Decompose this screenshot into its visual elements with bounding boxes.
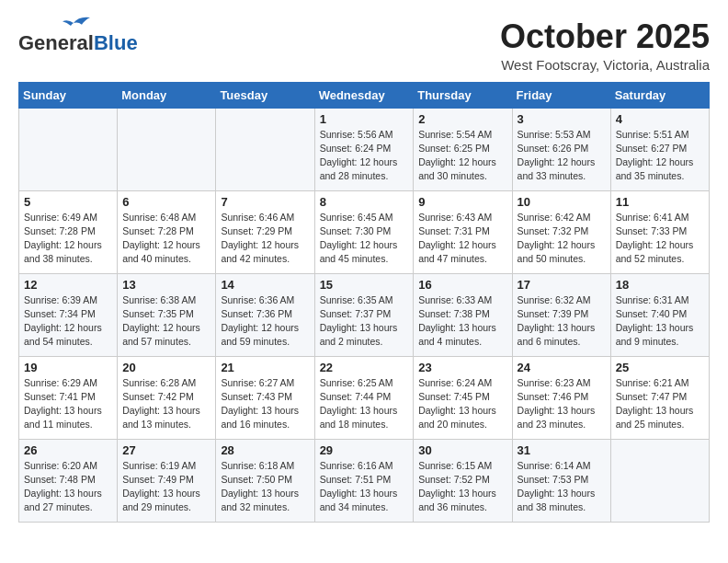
weekday-header-sunday: Sunday	[19, 82, 118, 108]
calendar-cell: 22Sunrise: 6:25 AM Sunset: 7:44 PM Dayli…	[314, 356, 414, 439]
calendar-cell: 27Sunrise: 6:19 AM Sunset: 7:49 PM Dayli…	[118, 439, 216, 522]
calendar-cell: 11Sunrise: 6:41 AM Sunset: 7:33 PM Dayli…	[610, 190, 709, 273]
calendar-cell: 21Sunrise: 6:27 AM Sunset: 7:43 PM Dayli…	[216, 356, 314, 439]
calendar-cell: 31Sunrise: 6:14 AM Sunset: 7:53 PM Dayli…	[512, 439, 610, 522]
day-number: 24	[518, 361, 606, 374]
calendar-cell: 6Sunrise: 6:48 AM Sunset: 7:28 PM Daylig…	[118, 190, 216, 273]
day-info: Sunrise: 6:23 AM Sunset: 7:46 PM Dayligh…	[518, 376, 606, 432]
day-number: 28	[221, 443, 309, 457]
calendar-cell: 16Sunrise: 6:33 AM Sunset: 7:38 PM Dayli…	[414, 273, 512, 356]
weekday-header-wednesday: Wednesday	[314, 82, 414, 108]
day-info: Sunrise: 6:20 AM Sunset: 7:48 PM Dayligh…	[24, 459, 112, 515]
day-info: Sunrise: 5:51 AM Sunset: 6:27 PM Dayligh…	[616, 128, 704, 184]
day-info: Sunrise: 6:31 AM Sunset: 7:40 PM Dayligh…	[616, 293, 704, 350]
week-row-1: 1Sunrise: 5:56 AM Sunset: 6:24 PM Daylig…	[19, 108, 710, 190]
calendar-cell: 7Sunrise: 6:46 AM Sunset: 7:29 PM Daylig…	[216, 190, 314, 273]
calendar-cell: 4Sunrise: 5:51 AM Sunset: 6:27 PM Daylig…	[610, 108, 709, 190]
calendar-cell	[216, 108, 314, 190]
calendar-cell	[610, 439, 709, 522]
week-row-3: 12Sunrise: 6:39 AM Sunset: 7:34 PM Dayli…	[19, 273, 710, 356]
day-number: 20	[122, 361, 210, 374]
day-number: 1	[320, 112, 409, 126]
day-info: Sunrise: 6:35 AM Sunset: 7:37 PM Dayligh…	[320, 293, 409, 350]
day-number: 15	[320, 278, 409, 292]
day-info: Sunrise: 6:45 AM Sunset: 7:30 PM Dayligh…	[320, 211, 409, 267]
day-number: 30	[418, 443, 506, 457]
day-number: 26	[24, 443, 112, 457]
day-number: 18	[616, 278, 704, 292]
calendar-cell: 20Sunrise: 6:28 AM Sunset: 7:42 PM Dayli…	[118, 356, 216, 439]
day-number: 21	[221, 361, 309, 374]
day-number: 7	[221, 195, 309, 209]
day-info: Sunrise: 6:25 AM Sunset: 7:44 PM Dayligh…	[320, 376, 409, 432]
day-info: Sunrise: 6:32 AM Sunset: 7:39 PM Dayligh…	[518, 293, 606, 350]
calendar-cell: 9Sunrise: 6:43 AM Sunset: 7:31 PM Daylig…	[414, 190, 512, 273]
day-number: 27	[122, 443, 210, 457]
day-number: 31	[518, 443, 606, 457]
day-number: 4	[616, 112, 704, 126]
calendar-cell: 3Sunrise: 5:53 AM Sunset: 6:26 PM Daylig…	[512, 108, 610, 190]
day-info: Sunrise: 6:39 AM Sunset: 7:34 PM Dayligh…	[24, 293, 112, 350]
page-header: GeneralBlue October 2025 West Footscray,…	[18, 18, 710, 73]
location-subtitle: West Footscray, Victoria, Australia	[500, 57, 710, 73]
calendar-cell: 19Sunrise: 6:29 AM Sunset: 7:41 PM Dayli…	[19, 356, 118, 439]
day-number: 9	[418, 195, 506, 209]
logo-bird-icon	[63, 15, 90, 31]
week-row-4: 19Sunrise: 6:29 AM Sunset: 7:41 PM Dayli…	[19, 356, 710, 439]
calendar-cell: 23Sunrise: 6:24 AM Sunset: 7:45 PM Dayli…	[414, 356, 512, 439]
weekday-header-friday: Friday	[512, 82, 610, 108]
logo-text: GeneralBlue	[18, 31, 138, 55]
calendar-cell	[118, 108, 216, 190]
day-number: 6	[122, 195, 210, 209]
weekday-header-monday: Monday	[118, 82, 216, 108]
calendar-table: SundayMondayTuesdayWednesdayThursdayFrid…	[18, 82, 710, 523]
calendar-cell: 18Sunrise: 6:31 AM Sunset: 7:40 PM Dayli…	[610, 273, 709, 356]
calendar-cell: 8Sunrise: 6:45 AM Sunset: 7:30 PM Daylig…	[314, 190, 414, 273]
day-info: Sunrise: 6:36 AM Sunset: 7:36 PM Dayligh…	[221, 293, 309, 350]
day-info: Sunrise: 6:15 AM Sunset: 7:52 PM Dayligh…	[418, 459, 506, 515]
weekday-header-saturday: Saturday	[610, 82, 709, 108]
day-info: Sunrise: 6:33 AM Sunset: 7:38 PM Dayligh…	[418, 293, 506, 350]
week-row-2: 5Sunrise: 6:49 AM Sunset: 7:28 PM Daylig…	[19, 190, 710, 273]
day-info: Sunrise: 6:28 AM Sunset: 7:42 PM Dayligh…	[122, 376, 210, 432]
day-number: 23	[418, 361, 506, 374]
calendar-cell: 17Sunrise: 6:32 AM Sunset: 7:39 PM Dayli…	[512, 273, 610, 356]
calendar-cell: 1Sunrise: 5:56 AM Sunset: 6:24 PM Daylig…	[314, 108, 414, 190]
day-number: 2	[418, 112, 506, 126]
day-number: 11	[616, 195, 704, 209]
calendar-cell: 5Sunrise: 6:49 AM Sunset: 7:28 PM Daylig…	[19, 190, 118, 273]
calendar-cell	[19, 108, 118, 190]
day-info: Sunrise: 6:29 AM Sunset: 7:41 PM Dayligh…	[24, 376, 112, 432]
day-number: 17	[518, 278, 606, 292]
day-number: 3	[518, 112, 606, 126]
calendar-cell: 12Sunrise: 6:39 AM Sunset: 7:34 PM Dayli…	[19, 273, 118, 356]
day-info: Sunrise: 6:21 AM Sunset: 7:47 PM Dayligh…	[616, 376, 704, 432]
day-info: Sunrise: 6:49 AM Sunset: 7:28 PM Dayligh…	[24, 211, 112, 267]
day-number: 25	[616, 361, 704, 374]
calendar-cell: 25Sunrise: 6:21 AM Sunset: 7:47 PM Dayli…	[610, 356, 709, 439]
day-number: 8	[320, 195, 409, 209]
day-info: Sunrise: 6:48 AM Sunset: 7:28 PM Dayligh…	[122, 211, 210, 267]
day-info: Sunrise: 6:14 AM Sunset: 7:53 PM Dayligh…	[518, 459, 606, 515]
day-number: 5	[24, 195, 112, 209]
day-info: Sunrise: 5:56 AM Sunset: 6:24 PM Dayligh…	[320, 128, 409, 184]
day-number: 10	[518, 195, 606, 209]
calendar-cell: 15Sunrise: 6:35 AM Sunset: 7:37 PM Dayli…	[314, 273, 414, 356]
day-info: Sunrise: 5:53 AM Sunset: 6:26 PM Dayligh…	[518, 128, 606, 184]
calendar-cell: 29Sunrise: 6:16 AM Sunset: 7:51 PM Dayli…	[314, 439, 414, 522]
calendar-cell: 24Sunrise: 6:23 AM Sunset: 7:46 PM Dayli…	[512, 356, 610, 439]
weekday-header-row: SundayMondayTuesdayWednesdayThursdayFrid…	[19, 82, 710, 108]
weekday-header-tuesday: Tuesday	[216, 82, 314, 108]
calendar-cell: 13Sunrise: 6:38 AM Sunset: 7:35 PM Dayli…	[118, 273, 216, 356]
day-number: 13	[122, 278, 210, 292]
calendar-cell: 30Sunrise: 6:15 AM Sunset: 7:52 PM Dayli…	[414, 439, 512, 522]
day-info: Sunrise: 6:19 AM Sunset: 7:49 PM Dayligh…	[122, 459, 210, 515]
day-number: 19	[24, 361, 112, 374]
logo: GeneralBlue	[18, 18, 138, 55]
calendar-cell: 10Sunrise: 6:42 AM Sunset: 7:32 PM Dayli…	[512, 190, 610, 273]
week-row-5: 26Sunrise: 6:20 AM Sunset: 7:48 PM Dayli…	[19, 439, 710, 522]
weekday-header-thursday: Thursday	[414, 82, 512, 108]
day-number: 14	[221, 278, 309, 292]
day-info: Sunrise: 6:24 AM Sunset: 7:45 PM Dayligh…	[418, 376, 506, 432]
calendar-cell: 14Sunrise: 6:36 AM Sunset: 7:36 PM Dayli…	[216, 273, 314, 356]
